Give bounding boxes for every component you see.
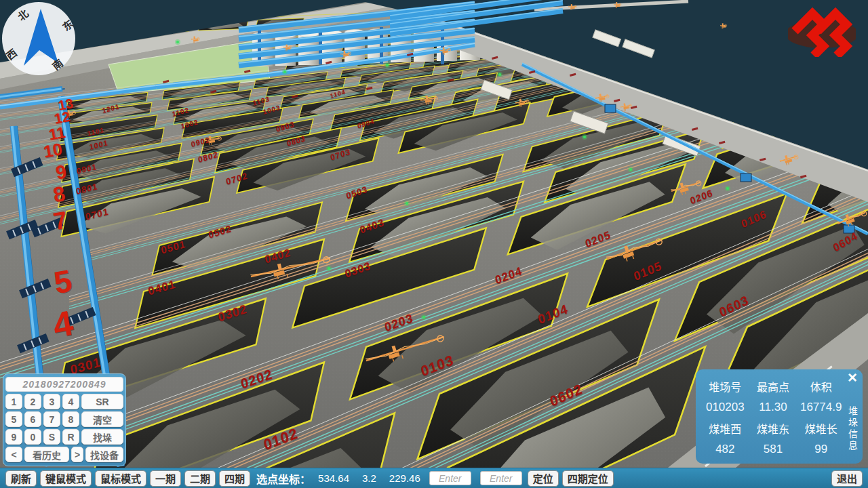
keypad-button-5[interactable]: 5: [5, 411, 22, 427]
info-label: 煤堆西: [709, 420, 741, 436]
keypad-button-S[interactable]: S: [43, 429, 60, 445]
bottom-toolbar: 刷新键鼠模式鼠标模式一期二期四期 选点坐标： 534.64 3.2 229.46…: [0, 468, 868, 488]
keypad-button-2[interactable]: 2: [24, 394, 41, 409]
toolbar-button-鼠标模式[interactable]: 鼠标模式: [95, 470, 146, 487]
keypad-button-看历史[interactable]: 看历史: [24, 447, 69, 462]
keypad-button-<[interactable]: <: [5, 447, 22, 462]
info-value: 11.30: [759, 401, 787, 414]
info-value: 16774.9: [800, 401, 842, 414]
exit-button[interactable]: 退出: [831, 470, 863, 487]
keypad-button-4[interactable]: 4: [62, 394, 79, 409]
coord-z-value: 229.46: [389, 472, 420, 484]
keypad-panel: 1234SR5678清空90SR找垛<看历史>找设备: [3, 373, 126, 466]
keypad-button-找设备[interactable]: 找设备: [85, 447, 123, 462]
keypad-button-0[interactable]: 0: [24, 429, 41, 445]
coord-y-value: 3.2: [362, 472, 376, 484]
info-label: 体积: [810, 378, 832, 394]
info-label: 堆场号: [709, 378, 741, 394]
toolbar-button-四期[interactable]: 四期: [219, 470, 250, 487]
info-label: 煤堆东: [757, 420, 789, 436]
keypad-button-SR[interactable]: SR: [81, 394, 123, 409]
compass[interactable]: 北 东 西 南: [0, 0, 77, 77]
info-value: 99: [814, 443, 827, 456]
company-logo-icon: [788, 4, 856, 57]
info-label: 最高点: [757, 378, 789, 394]
history-code-input[interactable]: [5, 377, 123, 392]
coal-yard-3d-app: 1201110211031104110110011002100309010902…: [0, 0, 868, 488]
pile-info-side-title: 堆垛信息: [846, 406, 859, 452]
toolbar-button-刷新[interactable]: 刷新: [5, 470, 37, 487]
close-icon[interactable]: ×: [848, 369, 857, 386]
keypad-button-1[interactable]: 1: [5, 394, 22, 409]
keypad-button-6[interactable]: 6: [24, 411, 41, 427]
keypad-button-R[interactable]: R: [62, 429, 79, 445]
toolbar-button-二期[interactable]: 二期: [184, 470, 216, 487]
keypad-button-8[interactable]: 8: [62, 411, 79, 427]
coord-x-value: 534.64: [318, 472, 349, 484]
keypad-button-找垛[interactable]: 找垛: [81, 429, 123, 445]
info-value: 581: [764, 443, 783, 456]
info-value: 482: [715, 443, 734, 456]
coord-enter-input-1[interactable]: [429, 471, 471, 485]
keypad-button-7[interactable]: 7: [43, 411, 60, 427]
keypad-button-清空[interactable]: 清空: [81, 411, 123, 427]
pick-coordinates-label: 选点坐标：: [256, 470, 311, 487]
keypad-button-3[interactable]: 3: [43, 394, 60, 409]
keypad-button->[interactable]: >: [71, 447, 83, 462]
info-value: 010203: [706, 401, 745, 414]
coord-enter-input-2[interactable]: [480, 471, 522, 485]
toolbar-button-定位[interactable]: 定位: [528, 470, 559, 487]
pile-info-panel: × 堆场号最高点体积01020311.3016774.9煤堆西煤堆东煤堆长482…: [696, 369, 863, 464]
toolbar-button-四期定位[interactable]: 四期定位: [562, 470, 614, 487]
toolbar-button-一期[interactable]: 一期: [150, 470, 181, 487]
keypad-button-9[interactable]: 9: [5, 429, 22, 445]
info-label: 煤堆长: [805, 420, 837, 436]
toolbar-button-键鼠模式[interactable]: 键鼠模式: [40, 470, 92, 487]
